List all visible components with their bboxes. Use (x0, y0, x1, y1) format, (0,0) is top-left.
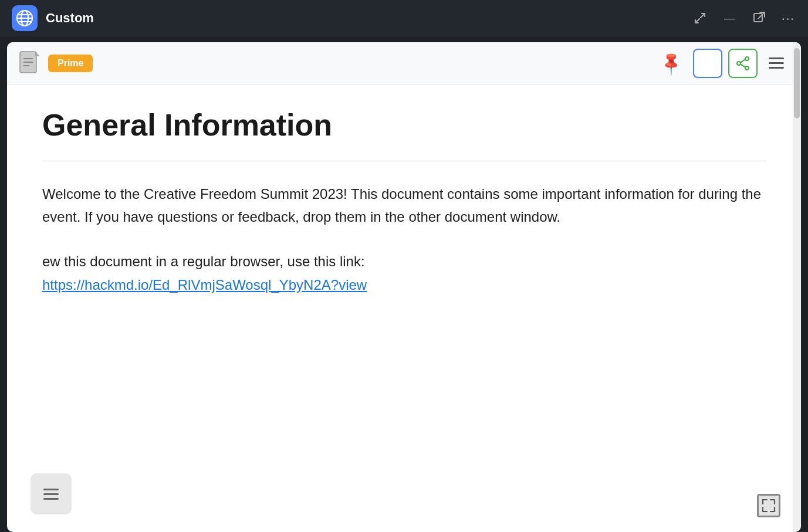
fullscreen-icon (757, 494, 780, 517)
pin-icon: 📌 (657, 49, 685, 77)
blank-button[interactable] (693, 49, 722, 78)
doc-body: Welcome to the Creative Freedom Summit 2… (42, 182, 766, 229)
popout-button[interactable] (750, 10, 767, 26)
scrollbar[interactable] (793, 42, 801, 532)
document-icon (19, 50, 40, 76)
more-button[interactable]: ··· (780, 10, 796, 26)
svg-point-14 (745, 57, 749, 60)
svg-line-17 (741, 59, 745, 62)
bottom-menu-icon (43, 489, 59, 500)
doc-link-section: ew this document in a regular browser, u… (42, 250, 766, 296)
app-icon (12, 5, 38, 31)
hamburger-icon (769, 57, 784, 69)
doc-title: General Information (42, 108, 766, 143)
content-area: Prime 📌 (7, 42, 801, 532)
menu-button[interactable] (763, 50, 789, 76)
svg-rect-7 (754, 13, 762, 22)
svg-line-18 (741, 64, 745, 67)
doc-link[interactable]: https://hackmd.io/Ed_RlVmjSaWosql_YbyN2A… (42, 277, 367, 293)
minimize-button[interactable]: — (721, 10, 738, 26)
share-button[interactable] (728, 49, 758, 78)
doc-divider (42, 161, 766, 161)
titlebar-left: Custom (12, 5, 94, 31)
titlebar: Custom — ··· (0, 0, 808, 36)
bottom-menu-bubble[interactable] (31, 473, 72, 514)
svg-point-15 (745, 66, 749, 70)
expand-button[interactable] (692, 10, 708, 26)
titlebar-controls: — ··· (692, 10, 796, 26)
doc-toolbar-right: 📌 (661, 49, 789, 78)
doc-toolbar-left: Prime (19, 50, 93, 76)
doc-content: General Information Welcome to the Creat… (7, 84, 801, 532)
prime-badge: Prime (48, 55, 93, 72)
bottom-expand-button[interactable] (754, 491, 783, 520)
globe-icon (16, 9, 33, 27)
app-title: Custom (46, 11, 94, 26)
svg-point-16 (737, 62, 741, 65)
scrollbar-thumb[interactable] (794, 48, 800, 118)
doc-toolbar: Prime 📌 (7, 42, 801, 84)
link-prefix-text: ew this document in a regular browser, u… (42, 253, 365, 269)
